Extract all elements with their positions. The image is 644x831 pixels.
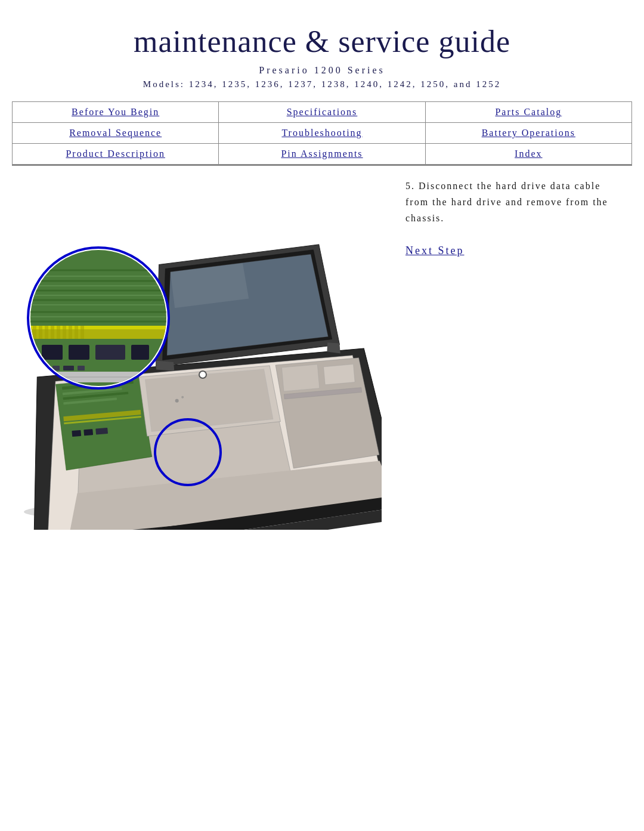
- nav-cell-removal-sequence: Removal Sequence: [13, 123, 219, 144]
- nav-row-2: Removal Sequence Troubleshooting Battery…: [13, 123, 632, 144]
- svg-rect-40: [42, 345, 63, 360]
- nav-cell-pin-assignments: Pin Assignments: [219, 144, 425, 165]
- svg-rect-38: [75, 326, 78, 339]
- svg-rect-35: [57, 326, 60, 339]
- text-area: 5. Disconnect the hard drive data cable …: [394, 172, 632, 532]
- next-step-link[interactable]: Next Step: [405, 245, 465, 257]
- nav-link-before-you-begin[interactable]: Before You Begin: [72, 107, 159, 117]
- svg-rect-46: [63, 366, 74, 370]
- image-area: [12, 172, 382, 532]
- svg-rect-42: [95, 345, 125, 360]
- nav-link-removal-sequence[interactable]: Removal Sequence: [69, 128, 162, 138]
- svg-rect-31: [33, 326, 36, 339]
- subtitle-models: Models: 1234, 1235, 1236, 1237, 1238, 12…: [12, 79, 632, 89]
- svg-rect-8: [83, 429, 93, 435]
- svg-rect-37: [69, 326, 72, 339]
- svg-rect-33: [45, 326, 48, 339]
- subtitle-series: Presario 1200 Series: [12, 65, 632, 76]
- laptop-illustration: [12, 172, 382, 530]
- page-title: maintenance & service guide: [12, 24, 632, 59]
- svg-rect-12: [281, 364, 319, 391]
- svg-rect-7: [72, 430, 81, 437]
- nav-cell-battery-operations: Battery Operations: [425, 123, 631, 144]
- nav-link-index[interactable]: Index: [515, 149, 542, 159]
- svg-rect-34: [51, 326, 54, 339]
- nav-link-pin-assignments[interactable]: Pin Assignments: [281, 149, 363, 159]
- svg-rect-36: [63, 326, 66, 339]
- nav-cell-parts-catalog: Parts Catalog: [425, 102, 631, 123]
- page-container: maintenance & service guide Presario 120…: [0, 0, 644, 831]
- nav-row-3: Product Description Pin Assignments Inde…: [13, 144, 632, 165]
- nav-link-parts-catalog[interactable]: Parts Catalog: [495, 107, 562, 117]
- nav-link-product-description[interactable]: Product Description: [66, 149, 165, 159]
- header-section: maintenance & service guide Presario 120…: [12, 24, 632, 89]
- section-divider: [12, 165, 632, 166]
- svg-point-51: [199, 371, 206, 378]
- nav-link-battery-operations[interactable]: Battery Operations: [482, 128, 575, 138]
- content-section: 5. Disconnect the hard drive data cable …: [12, 172, 632, 532]
- nav-link-troubleshooting[interactable]: Troubleshooting: [281, 128, 362, 138]
- svg-rect-32: [39, 326, 42, 339]
- svg-rect-41: [69, 345, 89, 360]
- svg-rect-39: [80, 326, 84, 339]
- svg-rect-30: [30, 326, 167, 329]
- step-description: 5. Disconnect the hard drive data cable …: [405, 178, 620, 227]
- nav-cell-product-description: Product Description: [13, 144, 219, 165]
- nav-link-specifications[interactable]: Specifications: [287, 107, 358, 117]
- svg-rect-9: [95, 428, 108, 435]
- nav-cell-troubleshooting: Troubleshooting: [219, 123, 425, 144]
- svg-rect-13: [324, 364, 355, 385]
- nav-cell-index: Index: [425, 144, 631, 165]
- nav-table: Before You Begin Specifications Parts Ca…: [12, 101, 632, 165]
- nav-cell-specifications: Specifications: [219, 102, 425, 123]
- svg-rect-47: [78, 366, 85, 370]
- svg-rect-43: [131, 345, 149, 360]
- nav-row-1: Before You Begin Specifications Parts Ca…: [13, 102, 632, 123]
- nav-cell-before-you-begin: Before You Begin: [13, 102, 219, 123]
